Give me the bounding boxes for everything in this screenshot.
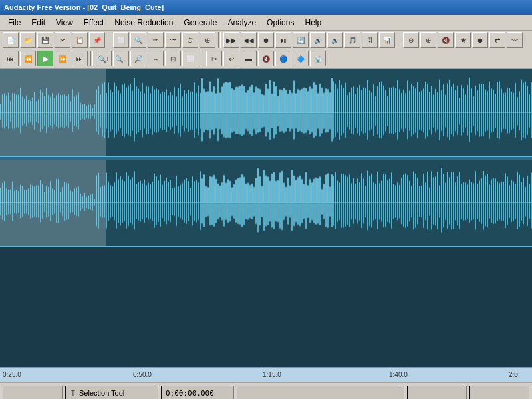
tb-zoom-sel[interactable]: 🔎 [130,51,146,66]
toolbar-area: 📄 📂 💾 ✂ 📋 📌 ⬜ 🔍 ✏ 〜 ⏱ ⊕ ▶▶ ◀◀ ⏺ ⏯ 🔄 🔊 🔉 … [0,31,532,69]
tb-trim[interactable]: ✂ [206,51,222,66]
waveform-track-2[interactable] [0,160,532,247]
tb-bt2[interactable]: 🔷 [293,51,309,66]
tb-silent[interactable]: 🔇 [258,51,274,66]
cursor-icon: 𝙸 [70,388,76,399]
menu-effect[interactable]: Effect [78,15,109,30]
tb-save[interactable]: 💾 [37,32,53,48]
tb-sep5 [201,51,203,66]
tb-fx1[interactable]: ▶▶ [223,32,239,48]
tb-fx9[interactable]: 🎛 [362,32,378,48]
menu-options[interactable]: Options [261,15,299,30]
status-bar: 𝙸 Selection Tool 0:00:00.000 [0,382,532,399]
track-area[interactable] [0,69,532,367]
tb-zoom-out[interactable]: 🔍− [113,51,129,66]
tb-cut[interactable]: ✂ [55,32,70,48]
tb-sep3 [398,32,400,48]
toolbar-row-1: 📄 📂 💾 ✂ 📋 📌 ⬜ 🔍 ✏ 〜 ⏱ ⊕ ▶▶ ◀◀ ⏺ ⏯ 🔄 🔊 🔉 … [0,31,532,49]
tb-solo[interactable]: ★ [455,32,471,48]
menu-view[interactable]: View [51,15,78,30]
timeline-marker-3: 1:40.0 [389,371,408,378]
tb-fx4[interactable]: ⏯ [275,32,291,48]
tb-play[interactable]: ▶ [37,51,53,66]
timeline-marker-0: 0:25.0 [3,371,21,378]
title-bar: Audacity Free Version - [02_Quit_Being_C… [0,0,532,15]
tb-mix[interactable]: ⇄ [489,32,505,48]
tb-zoom-fit[interactable]: ↔ [148,51,164,66]
menu-noise-reduction[interactable]: Noise Reduction [109,15,178,30]
tb-paste[interactable]: 📌 [89,32,105,48]
tb-bt3[interactable]: 📡 [310,51,326,66]
tb-wave[interactable]: 〰 [507,32,523,48]
tb-rewind[interactable]: ⏪ [20,51,36,66]
tb-mix2[interactable]: ▬ [241,51,257,66]
menu-bar: File Edit View Effect Noise Reduction Ge… [0,15,532,31]
tb-fx5[interactable]: 🔄 [293,32,309,48]
tb-fx3[interactable]: ⏺ [258,32,274,48]
timeline-marker-4: 2:0 [509,371,518,378]
menu-edit[interactable]: Edit [26,15,51,30]
tb-vol1[interactable]: ⊖ [403,32,419,48]
tb-fx8[interactable]: 🎵 [344,32,360,48]
tb-sep2 [218,32,221,48]
tb-fx10[interactable]: 📊 [379,32,395,48]
tb-open[interactable]: 📂 [20,32,36,48]
status-extra2 [407,386,467,399]
tb-rec[interactable]: ⏺ [472,32,488,48]
waveform-track-1[interactable] [0,69,532,157]
toolbar-row-2: ⏮ ⏪ ▶ ⏩ ⏭ 🔍+ 🔍− 🔎 ↔ ⊡ ⬜ ✂ ↩ ▬ 🔇 🔵 🔷 📡 [0,49,532,68]
menu-analyze[interactable]: Analyze [222,15,261,30]
tb-mute[interactable]: 🔇 [438,32,454,48]
time-display: 0:00:00.000 [166,389,214,398]
selected-region-2 [0,160,106,246]
status-extra1 [237,386,404,399]
tb-zoom-full[interactable]: ⊡ [165,51,181,66]
tb-copy[interactable]: 📋 [72,32,88,48]
status-extra3 [469,386,529,399]
selected-region-1 [0,69,106,156]
tb-smooth[interactable]: 〜 [165,32,181,48]
tool-label: Selection Tool [79,389,124,397]
tb-skip-end[interactable]: ⏭ [72,51,88,66]
tb-undo[interactable]: ↩ [223,51,239,66]
main-content: 0:25.0 0:50.0 1:15.0 1:40.0 2:0 [0,69,532,382]
tb-fx6[interactable]: 🔊 [310,32,326,48]
tb-vol2[interactable]: ⊕ [420,32,436,48]
timeline: 0:25.0 0:50.0 1:15.0 1:40.0 2:0 [0,367,532,382]
tb-bt1[interactable]: 🔵 [275,51,291,66]
status-snap [3,386,63,399]
timeline-marker-1: 0:50.0 [133,371,152,378]
tb-fx2[interactable]: ◀◀ [241,32,257,48]
tb-zoom[interactable]: 🔍 [130,32,146,48]
menu-help[interactable]: Help [299,15,327,30]
tb-draw[interactable]: ✏ [148,32,164,48]
tb-fx7[interactable]: 🔉 [327,32,343,48]
timeline-marker-2: 1:15.0 [263,371,281,378]
menu-file[interactable]: File [3,15,26,30]
tb-new[interactable]: 📄 [3,32,19,48]
tb-skip-start[interactable]: ⏮ [3,51,19,66]
tb-collapse[interactable]: ⬜ [182,51,198,66]
menu-generate[interactable]: Generate [178,15,222,30]
tb-select[interactable]: ⬜ [113,32,129,48]
title-text: Audacity Free Version - [02_Quit_Being_C… [4,3,164,11]
status-tool: 𝙸 Selection Tool [65,386,158,399]
tb-zoom-in[interactable]: 🔍+ [96,51,112,66]
status-time: 0:00:00.000 [161,386,234,399]
tb-forward[interactable]: ⏩ [55,51,70,66]
tb-multi[interactable]: ⊕ [200,32,215,48]
tb-sep1 [108,32,110,48]
tb-time[interactable]: ⏱ [182,32,198,48]
tb-sep4 [90,51,93,66]
